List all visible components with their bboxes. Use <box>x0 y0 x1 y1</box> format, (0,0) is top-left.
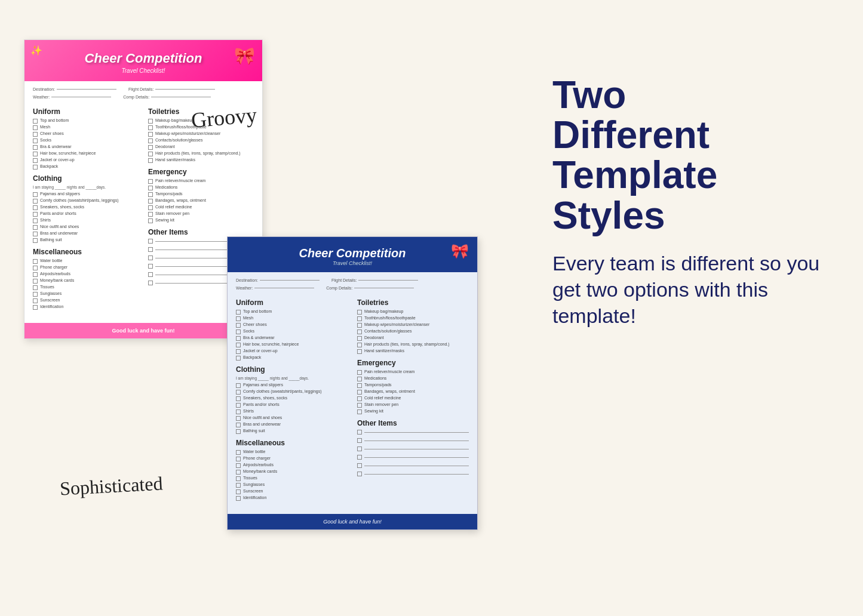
list-item: Hair bow, scrunchie, hairpiece <box>33 151 139 156</box>
field-row: Destination: Flight Details: <box>33 87 254 91</box>
list-item: Water bottle <box>236 449 348 455</box>
list-item: Shirts <box>236 409 348 414</box>
clothing-list: Pajamas and slippers Comfy clothes (swea… <box>33 192 139 243</box>
other-line <box>357 455 469 460</box>
list-item: Pajamas and slippers <box>33 192 139 197</box>
bow-icon-blue: 🎀 <box>451 243 469 260</box>
list-item: Socks <box>236 329 348 334</box>
blue-field-row-2: Weather: Comp Details: <box>236 286 469 290</box>
groovy-header: ✨ Cheer Competition Travel Checklist! 🎀 <box>24 40 262 81</box>
list-item: Mesh <box>236 316 348 321</box>
blue-comp-field: Comp Details: <box>326 286 414 290</box>
other-line <box>357 430 469 435</box>
blue-title: Cheer Competition <box>237 247 468 260</box>
clothing-title: Clothing <box>33 174 139 183</box>
other-line <box>357 472 469 476</box>
blue-emergency-list: Pain reliever/muscle cream Medications T… <box>357 369 469 414</box>
list-item: Backpack <box>33 164 139 170</box>
list-item: Contacts/solution/glasses <box>357 329 469 334</box>
blue-other-lines <box>357 430 469 476</box>
list-item: Mesh <box>33 125 139 130</box>
headline-line1: Two <box>552 73 626 116</box>
star-icon: ✨ <box>30 45 42 56</box>
list-item: Tissues <box>236 476 348 481</box>
emergency-title: Emergency <box>148 168 254 176</box>
list-item: Airpods/earbuds <box>236 463 348 468</box>
list-item: Comfy clothes (sweatshirt/pants, legging… <box>33 198 139 204</box>
weather-label: Weather: <box>33 95 50 99</box>
list-item: Top and bottom <box>33 118 139 124</box>
sophisticated-template: Cheer Competition Travel Checklist! 🎀 De… <box>227 236 478 530</box>
misc-list: Water bottle Phone charger Airpods/earbu… <box>33 258 139 310</box>
headline-line3: Template <box>552 153 717 196</box>
list-item: Tissues <box>33 285 139 290</box>
blue-field-row: Destination: Flight Details: <box>236 278 469 282</box>
list-item: Bathing suit <box>236 429 348 434</box>
list-item: Pain reliever/muscle cream <box>148 178 254 184</box>
bow-icon: 🎀 <box>234 46 255 66</box>
list-item: Bandages, wraps, ointment <box>148 198 254 204</box>
list-item: Bandages, wraps, ointment <box>357 389 469 395</box>
templates-side: ✨ Cheer Competition Travel Checklist! 🎀 … <box>24 39 529 577</box>
blue-other-title: Other Items <box>357 419 469 427</box>
destination-field: Destination: <box>33 87 116 91</box>
emergency-list: Pain reliever/muscle cream Medications T… <box>148 178 254 223</box>
list-item: Money/bank cards <box>236 469 348 475</box>
blue-toiletries-list: Makeup bag/makeup Toothbrush/floss/tooth… <box>357 309 469 354</box>
list-item: Pants and/or shorts <box>236 402 348 408</box>
text-panel: Two Different Template Styles Every team… <box>552 39 839 329</box>
list-item: Contacts/solution/glasses <box>148 138 254 143</box>
blue-clothing-subtext: I am staying _____ nights and _____days. <box>236 376 348 380</box>
list-item: Deodorant <box>357 335 469 341</box>
groovy-cols: Uniform Top and bottom Mesh Cheer shoes … <box>33 103 254 311</box>
list-item: Tampons/pads <box>148 192 254 197</box>
list-item: Pain reliever/muscle cream <box>357 369 469 375</box>
list-item: Identification <box>33 304 139 310</box>
list-item: Bathing suit <box>33 238 139 243</box>
blue-body: Destination: Flight Details: Weather: Co… <box>228 272 477 508</box>
groovy-left-col: Uniform Top and bottom Mesh Cheer shoes … <box>33 103 139 311</box>
list-item: Backpack <box>236 355 348 361</box>
list-item: Hair products (ties, irons, spray, shamp… <box>148 151 254 156</box>
blue-uniform-list: Top and bottom Mesh Cheer shoes Socks Br… <box>236 309 348 361</box>
list-item: Phone charger <box>236 456 348 461</box>
headline-line4: Styles <box>552 194 665 237</box>
list-item: Sunglasses <box>236 482 348 488</box>
main-container: ✨ Cheer Competition Travel Checklist! 🎀 … <box>24 39 839 577</box>
blue-destination-field: Destination: <box>236 278 320 282</box>
other-line <box>357 463 469 468</box>
list-item: Pants and/or shorts <box>33 211 139 217</box>
body-text: Every team is different so you get two o… <box>552 250 839 329</box>
flight-field: Flight Details: <box>128 87 215 91</box>
headline-line2: Different <box>552 113 710 156</box>
blue-misc-list: Water bottle Phone charger Airpods/earbu… <box>236 449 348 501</box>
flight-label: Flight Details: <box>128 87 153 91</box>
list-item: Jacket or cover-up <box>33 158 139 163</box>
groovy-title: Cheer Competition <box>34 51 253 66</box>
list-item: Cheer shoes <box>33 131 139 137</box>
list-item: Airpods/earbuds <box>33 272 139 277</box>
headline: Two Different Template Styles <box>552 75 839 236</box>
field-row-2: Weather: Comp Details: <box>33 95 254 99</box>
blue-misc-title: Miscellaneous <box>236 439 348 447</box>
list-item: Identification <box>236 495 348 501</box>
uniform-title: Uniform <box>33 107 139 116</box>
list-item: Bra & underwear <box>33 144 139 150</box>
comp-field: Comp Details: <box>123 95 211 99</box>
list-item: Comfy clothes (sweatshirt/pants, legging… <box>236 389 348 395</box>
other-items-title: Other Items <box>148 228 254 236</box>
blue-header: Cheer Competition Travel Checklist! 🎀 <box>228 237 477 272</box>
list-item: Toothbrush/floss/toothpaste <box>357 316 469 321</box>
blue-dest-label: Destination: <box>236 278 258 282</box>
blue-cols: Uniform Top and bottom Mesh Cheer shoes … <box>236 294 469 502</box>
list-item: Sunglasses <box>33 291 139 297</box>
blue-weather-field: Weather: <box>236 286 314 290</box>
list-item: Jacket or cover-up <box>236 349 348 354</box>
list-item: Sneakers, shoes, socks <box>33 205 139 210</box>
list-item: Top and bottom <box>236 309 348 315</box>
weather-field: Weather: <box>33 95 111 99</box>
list-item: Pajamas and slippers <box>236 383 348 388</box>
list-item: Hand sanitizer/masks <box>148 158 254 163</box>
blue-weather-label: Weather: <box>236 286 253 290</box>
list-item: Nice outfit and shoes <box>33 224 139 230</box>
